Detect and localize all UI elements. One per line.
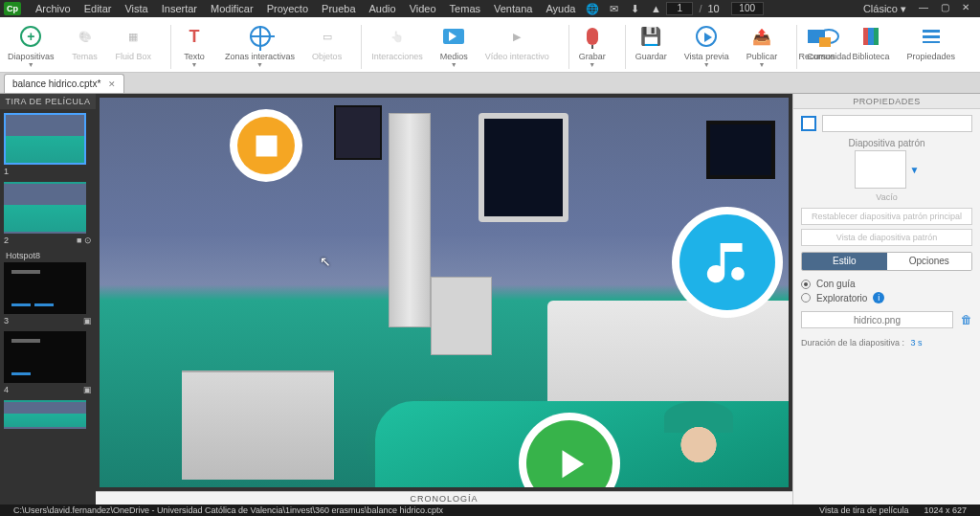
tool-properties[interactable]: Propiedades	[906, 21, 955, 61]
properties-panel: PROPIEDADES Diapositiva patrón ▼ Vacío R…	[792, 94, 980, 505]
slide-name-input[interactable]	[822, 115, 972, 132]
filmstrip-panel: TIRA DE PELÍCULA 1 2■ ⊙ Hotspot8 3▣	[0, 94, 96, 505]
menu-modificar[interactable]: Modificar	[204, 3, 260, 14]
page-current[interactable]: 1	[666, 2, 693, 15]
scene-pillar	[389, 113, 430, 327]
tool-resources[interactable]: Recursos	[798, 21, 835, 61]
segment-options[interactable]: Opciones	[887, 253, 972, 270]
menu-vista[interactable]: Vista	[118, 3, 154, 14]
radio-dot-icon	[801, 293, 811, 303]
publish-icon: 📤	[752, 28, 771, 46]
app-badge: Cp	[4, 2, 21, 15]
menu-prueba[interactable]: Prueba	[315, 3, 362, 14]
slide-number: 3	[4, 316, 9, 325]
tool-preview[interactable]: Vista previa▼	[684, 21, 729, 68]
globe-icon[interactable]: 🌐	[584, 2, 601, 15]
background-image-field[interactable]: hidrico.png	[801, 311, 953, 328]
status-view: Vista de tira de película	[812, 505, 916, 515]
style-options-segment[interactable]: Estilo Opciones	[801, 252, 972, 271]
menu-proyecto[interactable]: Proyecto	[260, 3, 315, 14]
workspace-selector[interactable]: Clásico ▾	[857, 3, 913, 15]
slide-type-icon[interactable]	[801, 116, 816, 131]
trash-icon[interactable]: 🗑	[961, 313, 972, 326]
scene-patient-head	[664, 417, 733, 472]
document-tabstrip: balance hidrico.cptx* ✕	[0, 73, 980, 94]
slide-canvas[interactable]: ↖	[100, 98, 789, 487]
master-slide-label: Diapositiva patrón	[801, 138, 972, 148]
slide-thumb-2[interactable]	[4, 182, 86, 234]
filmstrip-header: TIRA DE PELÍCULA	[0, 94, 96, 109]
menu-archivo[interactable]: Archivo	[29, 3, 78, 14]
tool-text[interactable]: T Texto▼	[181, 21, 208, 68]
properties-icon	[923, 30, 940, 43]
radio-guided[interactable]: Con guía	[801, 279, 972, 289]
scene-cart	[431, 277, 493, 354]
library-icon	[863, 28, 879, 45]
cursor-icon: ↖	[320, 254, 331, 269]
chevron-down-icon[interactable]: ▼	[910, 165, 920, 175]
menu-temas[interactable]: Temas	[443, 3, 487, 14]
video-indicator-icon: ■ ⊙	[77, 236, 92, 245]
mail-icon[interactable]: ✉	[605, 2, 622, 15]
window-close-icon[interactable]: ✕	[955, 2, 976, 15]
tool-save[interactable]: 💾 Guardar	[635, 21, 667, 61]
info-icon[interactable]: i	[873, 292, 884, 303]
tool-zones[interactable]: Zonas interactivas▼	[225, 21, 295, 68]
page-separator: /	[699, 3, 702, 14]
slide-thumb-1[interactable]	[4, 113, 86, 165]
window-minimize-icon[interactable]: —	[913, 2, 934, 15]
status-bar: C:\Users\david.fernandez\OneDrive - Univ…	[0, 505, 980, 516]
slide-duration-value[interactable]: 3 s	[911, 338, 923, 348]
tool-fluidbox: ▦Fluid Box	[116, 21, 152, 61]
tool-themes: 🎨Temas	[72, 21, 99, 61]
media-icon	[443, 29, 464, 44]
document-tab[interactable]: balance hidrico.cptx* ✕	[4, 74, 124, 93]
hotspot-image[interactable]	[237, 117, 295, 174]
scene-wall-screen	[334, 105, 382, 160]
slide-indicator-icon: ▣	[83, 316, 92, 325]
menu-video[interactable]: Video	[403, 3, 443, 14]
radio-dot-icon	[801, 280, 811, 289]
tool-publish[interactable]: 📤 Publicar▼	[746, 21, 778, 68]
view-master-button: Vista de diapositiva patrón	[801, 229, 972, 246]
scene-tv	[706, 121, 775, 179]
scene-bedside	[182, 370, 333, 480]
menu-audio[interactable]: Audio	[363, 3, 403, 14]
tool-library[interactable]: Biblioteca	[852, 21, 889, 61]
segment-style[interactable]: Estilo	[802, 253, 887, 270]
menu-ventana[interactable]: Ventana	[487, 3, 539, 14]
download-icon[interactable]: ⬇	[626, 2, 643, 15]
menu-ayuda[interactable]: Ayuda	[539, 3, 582, 14]
radio-exploratory[interactable]: Exploratorio i	[801, 292, 972, 303]
close-tab-icon[interactable]: ✕	[108, 79, 116, 89]
tool-record[interactable]: Grabar▼	[579, 21, 606, 68]
ribbon: Diapositivas▼ 🎨Temas ▦Fluid Box T Texto▼…	[0, 17, 980, 73]
canvas-area[interactable]: ↖	[96, 94, 792, 491]
slide-number: 1	[4, 167, 9, 176]
target-icon	[250, 26, 271, 47]
microphone-icon	[587, 28, 598, 45]
resources-icon	[808, 30, 825, 43]
menu-editar[interactable]: Editar	[78, 3, 119, 14]
zoom-value[interactable]: 100	[731, 2, 764, 15]
music-note-icon	[701, 236, 753, 289]
tool-slides[interactable]: Diapositivas▼	[8, 21, 55, 68]
tool-interactive-video: ▶Vídeo interactivo	[485, 21, 549, 61]
slide-thumb-3[interactable]	[4, 262, 86, 314]
svg-point-0	[258, 139, 262, 143]
slide-indicator-icon: ▣	[83, 385, 92, 394]
save-icon: 💾	[640, 26, 661, 47]
master-slide-thumb[interactable]	[855, 150, 906, 189]
timeline-header[interactable]: CRONOLOGÍA	[96, 491, 792, 505]
svg-point-1	[731, 267, 745, 280]
stepper-up-icon[interactable]: ▲	[647, 2, 664, 15]
tool-media[interactable]: Medios▼	[440, 21, 468, 68]
image-icon	[251, 130, 282, 162]
window-maximize-icon[interactable]: ▢	[934, 2, 955, 15]
menu-insertar[interactable]: Insertar	[155, 3, 204, 14]
hotspot-audio[interactable]	[679, 214, 775, 310]
slide-number: 2	[4, 236, 9, 245]
slide-thumb-4[interactable]	[4, 331, 86, 383]
status-filepath: C:\Users\david.fernandez\OneDrive - Univ…	[6, 505, 451, 515]
slide-thumb-5[interactable]	[4, 400, 86, 429]
